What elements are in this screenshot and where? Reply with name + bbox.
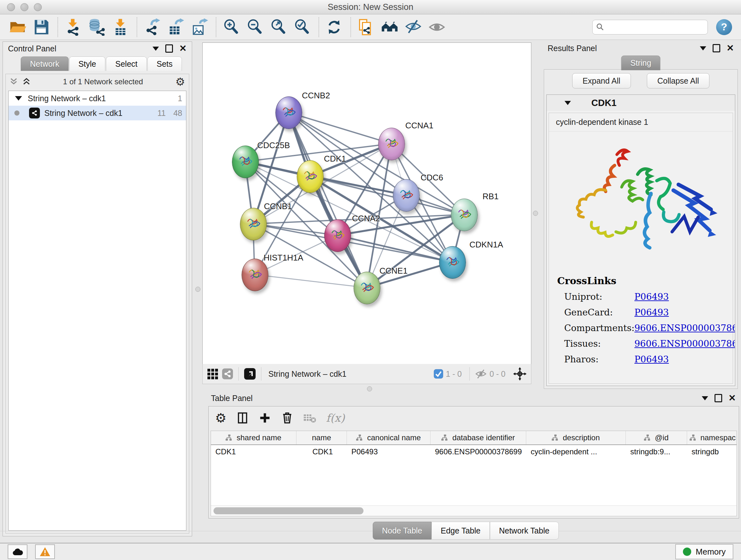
left-splitter-handle[interactable] xyxy=(195,287,200,292)
cell-shared-name[interactable]: CDK1 xyxy=(211,445,296,458)
network-node-ccne1[interactable] xyxy=(354,272,381,304)
control-panel-collapse-icon[interactable] xyxy=(152,47,159,51)
tab-network[interactable]: Network xyxy=(21,57,69,71)
tab-string[interactable]: String xyxy=(621,56,660,70)
column-header-id[interactable]: @id xyxy=(626,431,687,444)
cell-canonical-name[interactable]: P06493 xyxy=(347,445,430,458)
show-hidden-items-icon[interactable] xyxy=(427,17,447,37)
collapse-all-button[interactable]: Collapse All xyxy=(647,73,710,88)
show-all-networks-overview-icon[interactable] xyxy=(380,17,400,37)
crosslink-link[interactable]: P06493 xyxy=(634,354,669,365)
cell-namespace[interactable]: stringdb xyxy=(687,445,737,458)
import-network-from-database-icon[interactable] xyxy=(87,17,107,37)
network-node-cdc25b[interactable] xyxy=(232,145,259,178)
birds-eye-view-icon[interactable] xyxy=(244,368,256,380)
export-image-icon[interactable] xyxy=(190,17,209,37)
network-canvas[interactable]: CCNB2CCNA1CDC25BCDK1CDC6RB1CCNB1CCNA2CDK… xyxy=(202,43,531,364)
save-session-icon[interactable] xyxy=(31,17,51,37)
control-panel-float-icon[interactable] xyxy=(165,44,173,53)
results-panel-float-icon[interactable] xyxy=(713,44,720,52)
cell-id[interactable]: stringdb:9... xyxy=(626,445,687,458)
tab-sets[interactable]: Sets xyxy=(147,57,182,71)
node-section-header[interactable]: CDK1 xyxy=(547,95,735,111)
import-network-from-file-icon[interactable] xyxy=(63,17,83,37)
add-column-icon[interactable] xyxy=(259,412,271,424)
table-panel-close-icon[interactable]: ✕ xyxy=(729,394,736,402)
grid-view-icon[interactable] xyxy=(207,368,218,379)
table-row[interactable]: CDK1 CDK1 P06493 9606.ENSP00000378699 cy… xyxy=(211,445,737,458)
network-node-hist1h1a[interactable] xyxy=(242,259,268,291)
network-node-ccnb2[interactable] xyxy=(275,97,302,129)
crosslink-link[interactable]: 9606.ENSP00000378699 xyxy=(634,338,735,349)
network-node-cdc6[interactable] xyxy=(393,179,420,212)
crosslink-link[interactable]: P06493 xyxy=(634,307,669,318)
expand-all-icon[interactable] xyxy=(22,77,30,86)
zoom-fit-content-icon[interactable] xyxy=(269,17,288,37)
column-header-description[interactable]: description xyxy=(526,431,626,444)
network-edge[interactable] xyxy=(337,235,452,262)
network-node-rb1[interactable] xyxy=(451,199,478,231)
refresh-view-icon[interactable] xyxy=(324,17,344,37)
network-options-gear-icon[interactable]: ⚙ xyxy=(176,76,185,87)
tab-node-table[interactable]: Node Table xyxy=(373,522,431,540)
export-table-icon[interactable] xyxy=(166,17,186,37)
help-button[interactable]: ? xyxy=(716,19,732,35)
network-node-ccnb1[interactable] xyxy=(240,208,267,240)
cloud-status-button[interactable] xyxy=(8,544,27,559)
network-node-ccna2[interactable] xyxy=(324,219,351,252)
network-node-cdk1[interactable] xyxy=(297,160,324,193)
network-edge[interactable] xyxy=(288,112,391,144)
table-panel-float-icon[interactable] xyxy=(715,394,722,402)
control-panel-close-icon[interactable]: ✕ xyxy=(179,44,187,53)
horizontal-splitter-handle[interactable] xyxy=(367,386,372,391)
zoom-selected-icon[interactable] xyxy=(292,17,312,37)
column-header-namespace[interactable]: namespac xyxy=(687,431,737,444)
tab-edge-table[interactable]: Edge Table xyxy=(431,522,490,540)
network-node-ccna1[interactable] xyxy=(378,128,405,160)
column-header-canonical-name[interactable]: canonical name xyxy=(347,431,430,444)
tab-network-table[interactable]: Network Table xyxy=(490,522,559,540)
table-panel-collapse-icon[interactable] xyxy=(702,396,708,400)
results-panel-collapse-icon[interactable] xyxy=(700,46,706,51)
network-badge-icon[interactable] xyxy=(222,368,233,380)
zoom-out-icon[interactable] xyxy=(245,17,265,37)
column-header-name[interactable]: name xyxy=(296,431,347,444)
cell-name[interactable]: CDK1 xyxy=(296,445,347,458)
network-edge[interactable] xyxy=(255,274,367,288)
zoom-in-icon[interactable] xyxy=(221,17,241,37)
warnings-button[interactable] xyxy=(35,544,55,559)
hidden-eye-icon[interactable] xyxy=(475,368,487,379)
show-columns-icon[interactable] xyxy=(236,412,249,424)
selected-checkbox-icon[interactable] xyxy=(434,369,443,379)
pan-crosshair-icon[interactable] xyxy=(513,367,527,381)
import-table-from-file-icon[interactable] xyxy=(111,17,130,37)
network-row[interactable]: String Network – cdk1 11 48 xyxy=(9,106,186,120)
open-session-icon[interactable] xyxy=(8,17,27,37)
delete-column-icon[interactable] xyxy=(281,412,293,424)
column-header-database-identifier[interactable]: database identifier xyxy=(430,431,526,444)
collapse-all-icon[interactable] xyxy=(10,77,18,86)
section-collapse-icon[interactable] xyxy=(564,101,571,105)
cell-database-identifier[interactable]: 9606.ENSP00000378699 xyxy=(430,445,526,458)
crosslink-link[interactable]: 9606.ENSP00000378699 xyxy=(634,323,735,333)
memory-button[interactable]: Memory xyxy=(675,544,733,559)
tree-expand-icon[interactable] xyxy=(15,96,22,101)
hide-selected-items-icon[interactable] xyxy=(403,17,423,37)
right-splitter-handle[interactable] xyxy=(533,211,538,216)
network-node-cdkn1a[interactable] xyxy=(439,246,466,279)
crosslink-link[interactable]: P06493 xyxy=(634,292,669,302)
tab-select[interactable]: Select xyxy=(106,57,146,71)
tab-style[interactable]: Style xyxy=(69,57,106,71)
network-collection-row[interactable]: String Network – cdk1 1 xyxy=(9,91,186,106)
search-input[interactable] xyxy=(604,22,704,32)
network-node-count: 11 xyxy=(157,109,165,118)
table-options-gear-icon[interactable]: ⚙ xyxy=(215,412,226,424)
table-horizontal-scrollbar[interactable] xyxy=(211,505,737,516)
column-header-shared-name[interactable]: shared name xyxy=(211,431,296,444)
scrollbar-thumb[interactable] xyxy=(213,507,363,514)
copy-network-icon[interactable] xyxy=(356,17,376,37)
results-panel-close-icon[interactable]: ✕ xyxy=(727,44,734,53)
export-network-icon[interactable] xyxy=(142,17,162,37)
expand-all-button[interactable]: Expand All xyxy=(572,73,631,88)
cell-description[interactable]: cyclin-dependent ... xyxy=(526,445,626,458)
